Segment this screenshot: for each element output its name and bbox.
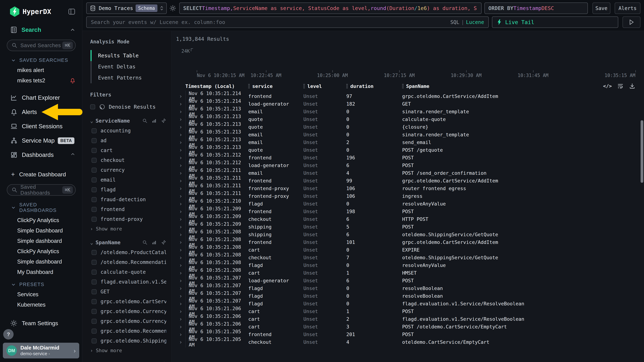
table-row[interactable]: ›Nov 6 10:35:21.208 AMcartUnset1HMSET xyxy=(176,267,642,275)
saved-dashboard-item[interactable]: My Dashboard xyxy=(17,269,76,275)
saved-dashboard-item[interactable]: Simple Dashboard xyxy=(17,227,76,234)
table-row[interactable]: ›Nov 6 10:35:21.207 AMflagdUnset0flagd.e… xyxy=(176,298,642,306)
filter-checkbox-item[interactable]: /oteldemo.Recommendatio… xyxy=(90,259,166,265)
filter-checkbox-item[interactable]: currency xyxy=(90,167,166,173)
create-dashboard-button[interactable]: + Create Dashboard xyxy=(11,171,76,178)
table-row[interactable]: ›Nov 6 10:35:21.207 AMflagdUnset0resolve… xyxy=(176,290,642,298)
table-row[interactable]: ›Nov 6 10:35:21.206 AMcartUnset3POST /ot… xyxy=(176,321,642,329)
live-tail-button[interactable]: Live Tail xyxy=(492,16,618,28)
show-more-button[interactable]: ›Show more xyxy=(90,226,166,232)
select-clause-input[interactable]: SELECT Timestamp, ServiceName as service… xyxy=(179,2,482,14)
saved-dashboards-header[interactable]: SAVED DASHBOARDS xyxy=(11,202,76,213)
saved-search-item[interactable]: mikes tets2 xyxy=(17,77,76,84)
table-row[interactable]: ›Nov 6 10:35:21.208 AMcartUnset0EXPIRE xyxy=(176,244,642,252)
column-header-duration[interactable]: duration xyxy=(346,83,402,89)
table-row[interactable]: ›Nov 6 10:35:21.205 AMcheckoutUnset4otel… xyxy=(176,337,642,344)
filter-group-servicename[interactable]: ⌄ServiceName xyxy=(90,118,166,124)
row-expand-chevron-icon[interactable]: › xyxy=(176,178,185,184)
histogram-bars[interactable] xyxy=(195,51,638,70)
saved-dashboard-item[interactable]: ClickPy Analytics xyxy=(17,248,76,255)
help-button[interactable]: ? xyxy=(3,329,14,340)
table-row[interactable]: ›Nov 6 10:35:21.212 AMload-generatorUnse… xyxy=(176,160,642,168)
filter-checkbox-item[interactable]: cart xyxy=(90,147,166,153)
filter-checkbox-item[interactable]: fraud-detection xyxy=(90,196,166,202)
bar-chart-icon[interactable] xyxy=(152,118,157,124)
sidebar-item-search[interactable]: Search xyxy=(0,17,82,34)
checkbox[interactable] xyxy=(92,250,96,255)
checkbox[interactable] xyxy=(92,289,96,294)
search-icon[interactable] xyxy=(142,118,148,124)
drag-handle-icon[interactable] xyxy=(248,84,250,88)
denoise-results-toggle[interactable]: Denoise Results xyxy=(90,104,166,110)
row-expand-chevron-icon[interactable]: › xyxy=(176,316,185,322)
checkbox[interactable] xyxy=(92,148,96,153)
events-histogram[interactable]: 24K Nov 6 10:20:15 AM10:22:45 AM10:25:00… xyxy=(176,43,638,77)
row-expand-chevron-icon[interactable]: › xyxy=(176,162,185,169)
filter-checkbox-item[interactable]: GET xyxy=(90,289,166,295)
row-expand-chevron-icon[interactable]: › xyxy=(176,254,185,261)
sidebar-item-team-settings[interactable]: Team Settings xyxy=(10,320,76,327)
row-expand-chevron-icon[interactable]: › xyxy=(176,116,185,122)
order-by-input[interactable]: ORDER BY Timestamp DESC xyxy=(484,2,588,14)
row-expand-chevron-icon[interactable]: › xyxy=(176,277,185,284)
filter-checkbox-item[interactable]: frontend-proxy xyxy=(90,216,166,222)
checkbox[interactable] xyxy=(92,279,96,284)
filter-checkbox-item[interactable]: checkout xyxy=(90,157,166,163)
row-expand-chevron-icon[interactable]: › xyxy=(176,285,185,291)
table-row[interactable]: ›Nov 6 10:35:21.208 AMfrontendUnset101gr… xyxy=(176,237,642,244)
saved-dashboard-item[interactable]: Simple dashboard xyxy=(17,238,76,244)
row-expand-chevron-icon[interactable]: › xyxy=(176,331,185,338)
source-select[interactable]: Demo Traces Schema xyxy=(86,2,167,14)
row-expand-chevron-icon[interactable]: › xyxy=(176,208,185,215)
row-expand-chevron-icon[interactable]: › xyxy=(176,132,185,138)
checkbox[interactable] xyxy=(92,138,96,143)
wrap-text-icon[interactable] xyxy=(617,83,624,89)
sidebar-item-client-sessions[interactable]: Client Sessions xyxy=(0,121,82,132)
table-row[interactable]: ›Nov 6 10:35:21.208 AMcheckoutUnset7otel… xyxy=(176,252,642,260)
filter-checkbox-item[interactable]: grpc.oteldemo.CurrencyS… xyxy=(90,318,166,324)
table-row[interactable]: ›Nov 6 10:35:21.209 AMcheckoutUnset6HTTP… xyxy=(176,213,642,221)
source-settings-gear-icon[interactable] xyxy=(169,5,176,12)
bar-chart-icon[interactable] xyxy=(152,240,157,245)
pin-icon[interactable] xyxy=(161,240,166,245)
checkbox[interactable] xyxy=(92,168,96,173)
preset-item[interactable]: Kubernetes xyxy=(17,302,76,308)
row-expand-chevron-icon[interactable]: › xyxy=(176,101,185,107)
saved-search-item[interactable]: mikes alert xyxy=(17,67,76,73)
checkbox[interactable] xyxy=(92,309,96,314)
table-row[interactable]: ›Nov 6 10:35:21.206 AMcartUnset1POST xyxy=(176,306,642,313)
show-more-button[interactable]: ›Show more xyxy=(90,348,166,353)
filter-checkbox-item[interactable]: grpc.oteldemo.CurrencyS… xyxy=(90,308,166,314)
sidebar-item-alerts[interactable]: Alerts xyxy=(0,106,82,118)
checkbox[interactable] xyxy=(92,270,96,275)
table-row[interactable]: ›Nov 6 10:35:21.210 AMflagdUnset0resolve… xyxy=(176,198,642,206)
analysis-mode-tab[interactable]: Results Table xyxy=(90,50,166,61)
table-row[interactable]: ›Nov 6 10:35:21.213 AMemailUnset0sinatra… xyxy=(176,106,642,114)
checkbox[interactable] xyxy=(92,299,96,304)
table-row[interactable]: ›Nov 6 10:35:21.213 AMquoteUnset0calcula… xyxy=(176,114,642,121)
checkbox[interactable] xyxy=(92,158,96,163)
filter-checkbox-item[interactable]: ad xyxy=(90,138,166,144)
checkbox[interactable] xyxy=(92,329,96,334)
saved-dashboard-item[interactable]: Simple dashboard xyxy=(17,259,76,265)
checkbox[interactable] xyxy=(92,319,96,324)
row-expand-chevron-icon[interactable]: › xyxy=(176,231,185,238)
checkbox[interactable] xyxy=(92,260,96,265)
row-expand-chevron-icon[interactable]: › xyxy=(176,216,185,222)
checkbox[interactable] xyxy=(92,217,96,222)
pin-icon[interactable] xyxy=(161,118,166,124)
column-header-timestamp-local-[interactable]: Timestamp (Local) xyxy=(185,83,248,89)
checkbox[interactable] xyxy=(92,187,96,192)
event-search-input[interactable]: Search your events w/ Lucene ex. column:… xyxy=(86,16,489,28)
sidebar-item-service-map[interactable]: Service MapBETA xyxy=(0,135,82,146)
filter-checkbox-item[interactable]: grpc.oteldemo.ShippingS… xyxy=(90,338,166,344)
table-row[interactable]: ›Nov 6 10:35:21.211 AMfrontend-proxyUnse… xyxy=(176,183,642,190)
saved-searches-header[interactable]: SAVED SEARCHES xyxy=(11,57,76,63)
table-row[interactable]: ›Nov 6 10:35:21.209 AMfrontendUnset198PO… xyxy=(176,206,642,213)
saved-dashboard-item[interactable]: ClickPy Analytics xyxy=(17,217,76,223)
table-row[interactable]: ›Nov 6 10:35:21.213 AMemailUnset2send_em… xyxy=(176,137,642,144)
filter-checkbox-item[interactable]: grpc.oteldemo.CartServi… xyxy=(90,299,166,305)
alerts-button[interactable]: Alerts xyxy=(615,2,640,14)
saved-searches-input[interactable]: Saved Searches ⌘K xyxy=(7,40,76,51)
chevron-up-icon[interactable] xyxy=(70,27,76,33)
